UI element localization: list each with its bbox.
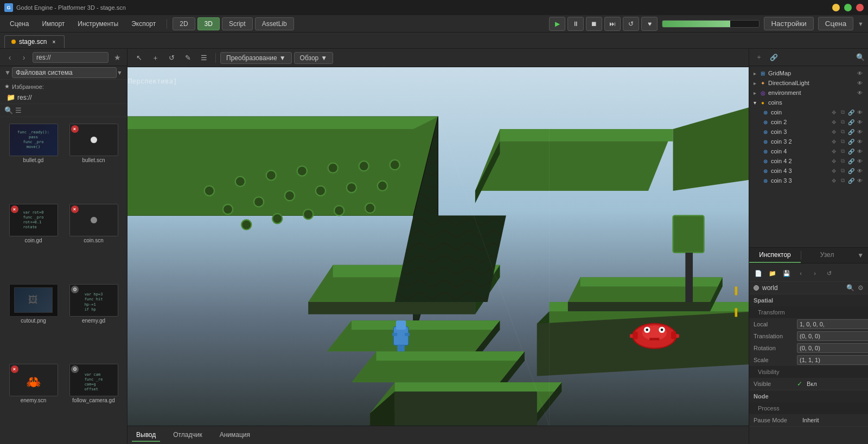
eye-button-coin2[interactable]: 👁 <box>856 118 864 126</box>
favorites-item-res[interactable]: 📁 res:// <box>4 92 123 102</box>
link-button[interactable]: 🔗 <box>767 51 780 64</box>
settings-button[interactable]: Настройки <box>764 17 813 30</box>
eye-button-dirlight[interactable]: 👁 <box>856 79 864 87</box>
pause-button[interactable]: ⏸ <box>567 17 584 31</box>
script-button[interactable]: Script <box>222 17 253 30</box>
transform-dropdown[interactable]: Преобразование ▼ <box>220 52 292 64</box>
eye-button-coin32[interactable]: 👁 <box>856 138 864 145</box>
transform-header[interactable]: Transform <box>749 306 868 318</box>
add-node-button[interactable]: ＋ <box>752 51 765 64</box>
visibility-header[interactable]: Visibility <box>749 366 868 378</box>
snap-button[interactable]: ↺ <box>164 51 178 65</box>
file-item-coin-scn[interactable]: × coin.scn <box>65 202 123 280</box>
tab-dropdown-button[interactable]: ▼ <box>853 249 868 261</box>
mode-2d-button[interactable]: 2D <box>173 17 195 30</box>
copy-button-coin42[interactable]: ⧉ <box>839 157 846 165</box>
minimize-button[interactable] <box>832 4 840 11</box>
tab-stage-scn[interactable]: stage.scn × <box>4 35 65 48</box>
tab-close-button[interactable]: × <box>50 38 58 46</box>
copy-button-coin4[interactable]: ⧉ <box>839 147 846 155</box>
debug-button[interactable]: ↺ <box>623 17 639 31</box>
tree-item-environment[interactable]: ▸ ◎ environment 👁 <box>749 88 868 98</box>
scale-input[interactable] <box>797 355 868 365</box>
copy-button-coin[interactable]: ⧉ <box>839 108 846 116</box>
move-button-coin[interactable]: ✥ <box>830 108 838 116</box>
add-tool-button[interactable]: ＋ <box>148 51 162 65</box>
file-item-cutout-png[interactable]: 🖼 cutout.png <box>4 282 62 360</box>
insp-file-button[interactable]: 📄 <box>752 267 764 279</box>
bookmark-button[interactable]: ★ <box>112 52 123 63</box>
scene-button[interactable]: Сцена <box>818 17 853 30</box>
filesystem-selector[interactable]: Файловая система <box>12 67 117 78</box>
file-item-enemy-scn[interactable]: × 🦀 enemy.scn <box>4 362 62 440</box>
tree-item-coin3-2[interactable]: ⊛ coin 3 2 ✥ ⧉ 🔗 👁 <box>749 137 868 146</box>
paint-button[interactable]: ✎ <box>181 51 195 65</box>
tab-node[interactable]: Узел <box>801 248 853 263</box>
file-item-enemy-gd[interactable]: ⚙ var hp=3func hit hp-=1 if hp enemy.gd <box>65 282 123 360</box>
maximize-button[interactable] <box>844 4 852 11</box>
menu-tools[interactable]: Инструменты <box>72 18 124 30</box>
translation-input[interactable] <box>797 331 868 341</box>
move-button-coin2[interactable]: ✥ <box>830 118 838 126</box>
play-button[interactable]: ▶ <box>549 17 565 31</box>
move-button-coin33[interactable]: ✥ <box>830 177 838 184</box>
world-search-button[interactable]: 🔍 <box>846 284 854 292</box>
move-button-coin42[interactable]: ✥ <box>830 157 838 165</box>
link2-button-coin4[interactable]: 🔗 <box>847 147 855 155</box>
tree-item-dirlight[interactable]: ▸ ✦ DirectionalLight 👁 <box>749 78 868 88</box>
eye-button-env[interactable]: 👁 <box>856 89 864 96</box>
tree-item-coin2[interactable]: ⊛ coin 2 ✥ ⧉ 🔗 👁 <box>749 117 868 127</box>
copy-button-coin33[interactable]: ⧉ <box>839 177 846 184</box>
node-header[interactable]: Node <box>749 390 868 402</box>
tree-item-coin42[interactable]: ⊛ coin 4 2 ✥ ⧉ 🔗 👁 <box>749 156 868 166</box>
move-button-coin43[interactable]: ✥ <box>830 167 838 175</box>
insp-folder-button[interactable]: 📁 <box>767 267 778 279</box>
tab-output[interactable]: Вывод <box>132 429 160 442</box>
process-header[interactable]: Process <box>749 402 868 414</box>
copy-button-coin43[interactable]: ⧉ <box>839 167 846 175</box>
tree-item-coin43[interactable]: ⊛ coin 4 3 ✥ ⧉ 🔗 👁 <box>749 166 868 176</box>
copy-button-coin32[interactable]: ⧉ <box>839 138 846 145</box>
eye-button-coin33[interactable]: 👁 <box>856 177 864 184</box>
mode-3d-button[interactable]: 3D <box>197 17 220 30</box>
link2-button-coin33[interactable]: 🔗 <box>847 177 855 184</box>
spatial-header[interactable]: Spatial <box>749 294 868 306</box>
file-item-bullet-gd[interactable]: func _ready(): passfunc _pro move() bull… <box>4 121 62 200</box>
insp-back-button[interactable]: ‹ <box>795 267 807 279</box>
tree-item-coin4[interactable]: ⊛ coin 4 ✥ ⧉ 🔗 👁 <box>749 146 868 156</box>
link2-button-coin32[interactable]: 🔗 <box>847 138 855 145</box>
menu-import[interactable]: Импорт <box>36 18 70 30</box>
eye-button-coin3[interactable]: 👁 <box>856 128 864 136</box>
copy-button-coin2[interactable]: ⧉ <box>839 118 846 126</box>
tree-item-coins[interactable]: ▾ ● coins <box>749 98 868 107</box>
tab-debugger[interactable]: Отладчик <box>169 429 206 442</box>
world-gear-button[interactable]: ⚙ <box>858 284 864 292</box>
eye-button-gridmap[interactable]: 👁 <box>856 69 864 77</box>
link2-button-coin43[interactable]: 🔗 <box>847 167 855 175</box>
move-button-coin32[interactable]: ✥ <box>830 138 838 145</box>
eye-button-coin43[interactable]: 👁 <box>856 167 864 175</box>
insp-forward-button[interactable]: › <box>809 267 821 279</box>
step-button[interactable]: ⏭ <box>604 17 621 31</box>
nav-forward-button[interactable]: › <box>18 52 29 63</box>
stop-button[interactable]: ⏹ <box>586 17 602 31</box>
close-button[interactable] <box>856 4 864 11</box>
tab-inspector[interactable]: Инспектор <box>749 248 801 263</box>
search-button[interactable]: 🔍 <box>4 106 13 114</box>
tree-item-coin[interactable]: ⊛ coin ✥ ⧉ 🔗 👁 <box>749 107 868 117</box>
move-button-coin3[interactable]: ✥ <box>830 128 838 136</box>
eye-button-coin4[interactable]: 👁 <box>856 147 864 155</box>
select-tool-button[interactable]: ↖ <box>132 51 146 65</box>
view-dropdown[interactable]: Обзор ▼ <box>294 52 334 64</box>
tree-item-gridmap[interactable]: ▸ ⊞ GridMap 👁 <box>749 68 868 78</box>
tree-item-coin3[interactable]: ⊛ coin 3 ✥ ⧉ 🔗 👁 <box>749 127 868 137</box>
link2-button-coin[interactable]: 🔗 <box>847 108 855 116</box>
viewport-canvas[interactable]: [Перспектива] <box>127 67 749 426</box>
insp-refresh-button[interactable]: ↺ <box>823 267 835 279</box>
eye-button-coin42[interactable]: 👁 <box>856 157 864 165</box>
nav-back-button[interactable]: ‹ <box>4 52 15 63</box>
insp-save-button[interactable]: 💾 <box>781 267 793 279</box>
eye-button-coin[interactable]: 👁 <box>856 108 864 116</box>
list-button[interactable]: ☰ <box>197 51 211 65</box>
move-button-coin4[interactable]: ✥ <box>830 147 838 155</box>
